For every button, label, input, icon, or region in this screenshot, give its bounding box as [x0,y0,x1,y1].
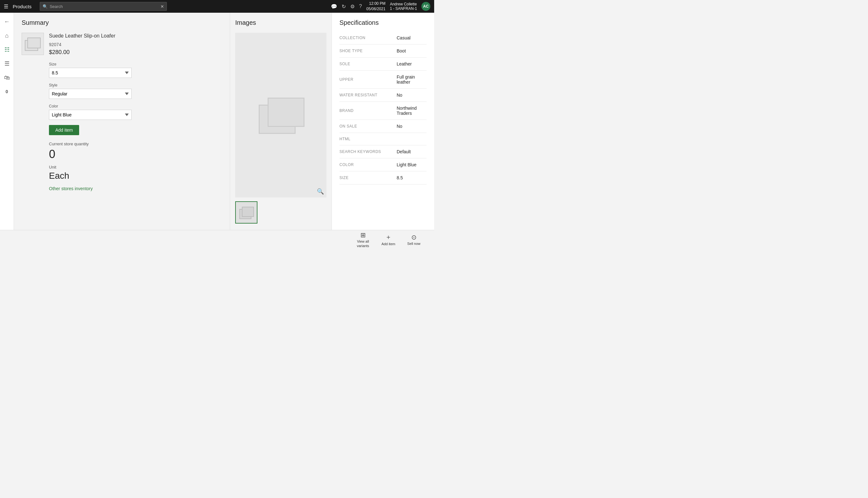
spec-row: COLOR Light Blue [339,158,426,171]
sidebar-item-shop[interactable]: 🛍 [1,71,13,84]
help-icon[interactable]: ? [359,3,362,9]
color-label: Color [49,104,222,108]
spec-value: Leather [397,61,411,66]
product-id: 92074 [49,42,222,47]
size-group: Size 8.5 9 9.5 10 [49,62,222,78]
topnav-right: 💬 ↻ ⚙ ? 12:00 PM 05/06/2021 Andrew Colle… [331,1,430,12]
sidebar-item-home[interactable]: ⌂ [1,29,13,42]
spec-key: BRAND [339,108,397,113]
spec-value: Full grain leather [397,75,426,84]
spec-row: UPPER Full grain leather [339,70,426,89]
spec-key: SIZE [339,175,397,180]
spec-row: SIZE 8.5 [339,171,426,184]
style-label: Style [49,83,222,88]
spec-row: SOLE Leather [339,57,426,70]
view-all-label: View allvariants [357,239,369,248]
current-qty-label: Current store quantity [49,142,222,146]
sidebar-item-grid[interactable]: ☷ [1,43,13,56]
sidebar-badge: 0 [1,85,13,98]
spec-key: HTML [339,137,397,141]
sell-now-button[interactable]: ⊙ Sell now [401,230,426,249]
add-item-bottom-label: Add item [381,242,395,246]
refresh-icon[interactable]: ↻ [342,3,346,10]
summary-panel: Summary Suede Leather Slip-on Loafer 920… [14,13,230,230]
chat-icon[interactable]: 💬 [331,3,337,10]
spec-key: COLLECTION [339,36,397,40]
images-panel: Images 🔍 [230,13,332,230]
product-price: $280.00 [49,49,222,56]
clock: 12:00 PM 05/06/2021 [366,1,385,12]
add-item-button[interactable]: Add item [49,125,79,135]
avatar[interactable]: AC [421,2,430,11]
spec-value: Default [397,149,411,154]
spec-value: 8.5 [397,175,403,180]
spec-key: ON SALE [339,124,397,129]
spec-key: SOLE [339,62,397,66]
current-qty-value: 0 [49,147,222,161]
top-navigation: ☰ Products 🔍 ✕ 💬 ↻ ⚙ ? 12:00 PM 05/06/20… [0,0,434,13]
spec-key: WATER RESISTANT [339,93,397,97]
product-thumbnail [22,33,44,55]
style-group: Style Regular Wide Narrow [49,83,222,99]
product-form: Size 8.5 9 9.5 10 Style Regular Wide Nar… [49,62,222,191]
images-title: Images [235,19,326,26]
search-input[interactable] [50,4,159,9]
product-name: Suede Leather Slip-on Loafer [49,33,222,39]
size-label: Size [49,62,222,66]
thumbnail-1[interactable] [235,201,257,224]
sidebar: ← ⌂ ☷ ☰ 🛍 0 [0,13,14,230]
search-icon: 🔍 [43,4,48,9]
unit-label: Unit [49,165,222,170]
spec-value: No [397,93,402,97]
settings-icon[interactable]: ⚙ [350,3,355,10]
view-all-icon: ⊞ [361,231,366,239]
spec-value: Casual [397,35,411,40]
specs-rows: COLLECTION Casual SHOE TYPE Boot SOLE Le… [339,31,426,184]
sidebar-item-back[interactable]: ← [1,15,13,28]
spec-row: WATER RESISTANT No [339,89,426,102]
spec-row: ON SALE No [339,120,426,133]
unit-value: Each [49,171,222,181]
specifications-panel: Specifications COLLECTION Casual SHOE TY… [332,13,434,230]
spec-value: Light Blue [397,162,416,167]
app-title: Products [13,4,31,9]
spec-row: SHOE TYPE Boot [339,44,426,57]
other-stores-link[interactable]: Other stores inventory [49,186,93,191]
view-all-variants-button[interactable]: ⊞ View allvariants [350,230,376,249]
style-select[interactable]: Regular Wide Narrow [49,89,132,99]
sell-now-icon: ⊙ [411,233,417,241]
summary-title: Summary [22,19,222,26]
add-item-icon: ＋ [385,233,392,241]
color-select[interactable]: Light Blue Black Brown White [49,110,132,120]
main-product-image [259,97,303,133]
main-layout: ← ⌂ ☷ ☰ 🛍 0 Summary Suede Leather Slip-o… [0,13,434,230]
sidebar-item-list[interactable]: ☰ [1,57,13,70]
product-header: Suede Leather Slip-on Loafer 92074 $280.… [22,33,222,56]
menu-icon[interactable]: ☰ [4,3,8,10]
spec-value: Boot [397,48,406,53]
main-image-area: 🔍 [235,33,326,197]
zoom-icon[interactable]: 🔍 [317,188,324,195]
spec-key: SHOE TYPE [339,49,397,53]
spec-row: HTML [339,133,426,145]
spec-row: BRAND Northwind Traders [339,102,426,120]
size-select[interactable]: 8.5 9 9.5 10 [49,68,132,78]
spec-value: No [397,124,402,129]
thumbnail-image [25,38,41,50]
close-icon[interactable]: ✕ [161,4,164,9]
spec-key: COLOR [339,162,397,167]
search-bar[interactable]: 🔍 ✕ [40,2,167,11]
spec-row: COLLECTION Casual [339,31,426,44]
image-thumbnails [235,201,326,224]
user-info: Andrew Collette 1 - SANFRAN-1 [390,2,417,11]
spec-key: UPPER [339,77,397,82]
spec-key: SEARCH KEYWORDS [339,149,397,154]
specs-title: Specifications [339,19,426,26]
spec-row: SEARCH KEYWORDS Default [339,145,426,158]
add-item-bottom-button[interactable]: ＋ Add item [376,230,401,249]
spec-value: Northwind Traders [397,106,426,116]
sell-now-label: Sell now [407,242,420,246]
bottom-bar: ⊞ View allvariants ＋ Add item ⊙ Sell now [0,230,434,249]
thumb-image-1 [239,207,253,218]
product-info: Suede Leather Slip-on Loafer 92074 $280.… [49,33,222,56]
